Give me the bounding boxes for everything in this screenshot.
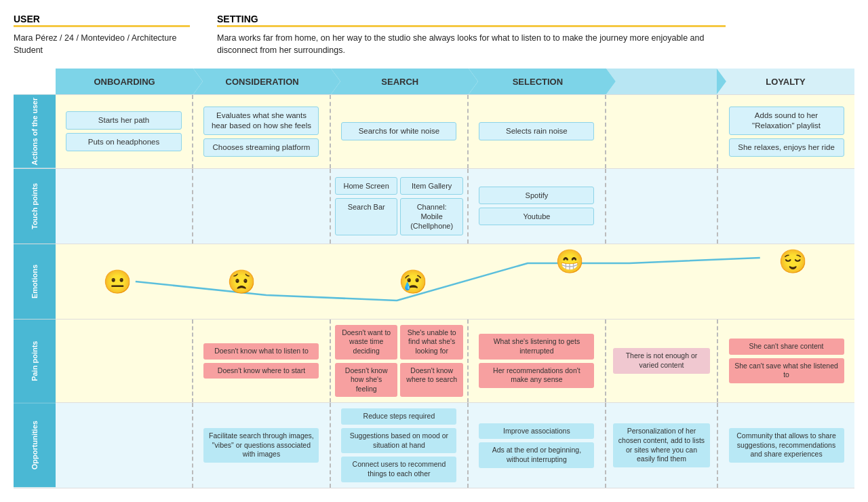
opp-suggestions-mood: Suggestions based on mood or situation a… bbox=[341, 428, 456, 453]
row-label-actions: Actions of the user bbox=[14, 95, 56, 168]
actions-selection: Selects rain noise bbox=[469, 95, 606, 168]
touch-loyalty bbox=[718, 169, 854, 244]
user-section: USER Mara Pérez / 24 / Montevideo / Arch… bbox=[14, 14, 190, 56]
touchpoints-row: Touch points Home Screen Item Gallery Se… bbox=[14, 168, 854, 244]
emotions-cells: 😐 😟 😢 😁 😌 bbox=[56, 244, 854, 319]
opp-improve-assoc: Improve associations bbox=[479, 423, 594, 440]
touch-search: Home Screen Item Gallery Search Bar Chan… bbox=[331, 169, 469, 244]
phase-middle bbox=[606, 69, 716, 94]
pain-row: Pain points Doesn't know what to listen … bbox=[14, 319, 854, 403]
actions-middle bbox=[606, 95, 718, 168]
opp-connect-users: Connect users to recommend things to eac… bbox=[341, 457, 456, 482]
touch-onboarding bbox=[56, 169, 193, 244]
user-label: USER bbox=[14, 14, 190, 27]
pain-search: Doesn't want to waste time deciding She'… bbox=[331, 320, 469, 403]
setting-text: Mara works far from home, on her way to … bbox=[217, 33, 726, 56]
setting-label: SETTING bbox=[217, 14, 726, 27]
header: USER Mara Pérez / 24 / Montevideo / Arch… bbox=[14, 14, 854, 56]
phases-row: ONBOARDING CONSIDERATION SEARCH SELECTIO… bbox=[56, 69, 854, 94]
actions-search: Searchs for white noise bbox=[331, 95, 469, 168]
journey-map: ONBOARDING CONSIDERATION SEARCH SELECTIO… bbox=[14, 69, 854, 488]
touch-itemgallery: Item Gallery bbox=[400, 177, 462, 195]
opp-row: Opportunities Facilitate search through … bbox=[14, 402, 854, 488]
opp-reduce-steps: Reduce steps required bbox=[341, 408, 456, 425]
opp-images-vibes: Facilitate search through images, "vibes… bbox=[203, 428, 319, 463]
opp-loyalty: Community that allows to share suggestio… bbox=[718, 403, 854, 487]
emotion-onboarding: 😐 bbox=[56, 244, 180, 319]
actions-row: Actions of the user Starts her path Puts… bbox=[14, 94, 854, 168]
action-evaluates: Evaluates what she wants hear based on h… bbox=[203, 107, 319, 135]
phase-search: SEARCH bbox=[331, 69, 469, 94]
action-starts-path: Starts her path bbox=[66, 111, 181, 130]
action-searches-noise: Searchs for white noise bbox=[341, 122, 456, 140]
emotion-middle bbox=[631, 244, 730, 319]
pain-not-enough: There is not enough or varied content bbox=[613, 348, 711, 373]
row-label-emotions: Emotions bbox=[14, 244, 56, 319]
emoji-onboarding: 😐 bbox=[103, 270, 132, 293]
pain-loyalty: She can't share content She can't save w… bbox=[718, 320, 854, 403]
phase-selection: SELECTION bbox=[469, 69, 606, 94]
opp-community: Community that allows to share suggestio… bbox=[729, 428, 844, 463]
pain-interrupted: What she's listening to gets interrupted bbox=[479, 334, 594, 359]
actions-onboarding: Starts her path Puts on headphones bbox=[56, 95, 193, 168]
opp-middle: Personalization of her chosen content, a… bbox=[606, 403, 718, 487]
actions-consideration: Evaluates what she wants hear based on h… bbox=[193, 95, 331, 168]
user-info: Mara Pérez / 24 / Montevideo / Architect… bbox=[14, 33, 190, 56]
action-adds-playlist: Adds sound to her "Relaxation" playlist bbox=[729, 107, 844, 135]
touch-middle bbox=[606, 169, 718, 244]
emoji-consideration: 😟 bbox=[227, 270, 256, 293]
emotion-selection: 😁 bbox=[507, 244, 631, 319]
setting-section: SETTING Mara works far from home, on her… bbox=[217, 14, 726, 56]
phase-loyalty: LOYALTY bbox=[717, 69, 854, 94]
touch-selection: Spotify Youtube bbox=[469, 169, 606, 244]
pain-waste-time: Doesn't want to waste time deciding bbox=[335, 325, 397, 360]
touch-youtube: Youtube bbox=[479, 208, 594, 225]
pain-how-feeling: Doesn't know how she's feeling bbox=[335, 363, 397, 398]
pain-where-search: Doesn't know where to search bbox=[400, 363, 462, 398]
pain-selection: What she's listening to gets interrupted… bbox=[469, 320, 606, 403]
pain-middle: There is not enough or varied content bbox=[606, 320, 718, 403]
page: USER Mara Pérez / 24 / Montevideo / Arch… bbox=[0, 0, 868, 502]
pain-consideration: Doesn't know what to listen to Doesn't k… bbox=[193, 320, 331, 403]
emoji-loyalty: 😌 bbox=[778, 250, 807, 273]
phase-onboarding: ONBOARDING bbox=[56, 69, 193, 94]
action-chooses-platform: Chooses streaming platform bbox=[203, 138, 319, 157]
opp-consideration: Facilitate search through images, "vibes… bbox=[193, 403, 331, 487]
pain-onboarding bbox=[56, 320, 193, 403]
touch-channel: Channel: Mobile (Chellphone) bbox=[400, 198, 462, 235]
opp-ads: Ads at the end or beginning, without int… bbox=[479, 442, 594, 467]
opp-personalization: Personalization of her chosen content, a… bbox=[613, 423, 711, 467]
action-selects-rain: Selects rain noise bbox=[479, 122, 594, 140]
emoji-search: 😢 bbox=[399, 270, 427, 293]
action-headphones: Puts on headphones bbox=[66, 133, 181, 151]
row-label-opp: Opportunities bbox=[14, 403, 56, 487]
touch-consideration bbox=[193, 169, 331, 244]
pain-unable-find: She's unable to find what she's looking … bbox=[400, 325, 462, 360]
action-relaxes: She relaxes, enjoys her ride bbox=[729, 138, 844, 157]
touch-homescreen: Home Screen bbox=[335, 177, 397, 195]
emotion-search: 😢 bbox=[304, 244, 508, 319]
pain-doesnt-know-start: Doesn't know where to start bbox=[203, 363, 319, 379]
emoji-selection: 😁 bbox=[555, 250, 584, 273]
pain-recommendations: Her recommendations don't make any sense bbox=[479, 363, 594, 388]
emotion-loyalty: 😌 bbox=[730, 244, 854, 319]
emotions-row: Emotions 😐 😟 😢 bbox=[14, 244, 854, 319]
pain-cant-save: She can't save what she listened to bbox=[729, 358, 844, 383]
opp-onboarding bbox=[56, 403, 193, 487]
touch-spotify: Spotify bbox=[479, 187, 594, 204]
touch-searchbar: Search Bar bbox=[335, 198, 397, 235]
row-label-touchpoints: Touch points bbox=[14, 169, 56, 244]
actions-loyalty: Adds sound to her "Relaxation" playlist … bbox=[718, 95, 854, 168]
opp-search: Reduce steps required Suggestions based … bbox=[331, 403, 469, 487]
phase-consideration: CONSIDERATION bbox=[193, 69, 331, 94]
row-label-pain: Pain points bbox=[14, 320, 56, 403]
opp-selection: Improve associations Ads at the end or b… bbox=[469, 403, 606, 487]
pain-cant-share: She can't share content bbox=[729, 339, 844, 355]
pain-doesnt-know-listen: Doesn't know what to listen to bbox=[203, 343, 319, 360]
emotion-consideration: 😟 bbox=[180, 244, 304, 319]
